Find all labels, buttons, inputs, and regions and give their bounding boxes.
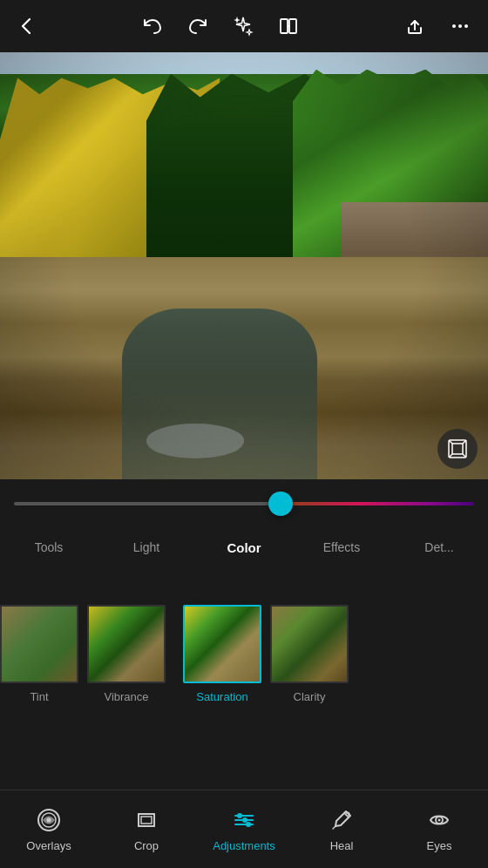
slider-container[interactable] [0, 479, 488, 528]
top-bar-left [14, 13, 40, 39]
top-toolbar [0, 0, 488, 52]
share-button[interactable] [401, 12, 429, 40]
filter-label-tint: Tint [30, 690, 48, 703]
bottom-toolbar: Overlays Crop Adjustments [0, 790, 488, 868]
tool-adjustments[interactable]: Adjustments [195, 806, 293, 852]
undo-button[interactable] [139, 12, 166, 40]
filter-strip: Tint Vibrance Saturation Clarity [0, 566, 488, 741]
filter-thumb-tint [0, 605, 78, 683]
svg-rect-1 [289, 19, 296, 33]
adjustments-icon [230, 806, 258, 834]
vignette-overlay [0, 52, 488, 479]
filter-clarity[interactable]: Clarity [270, 605, 349, 703]
svg-point-24 [246, 822, 251, 827]
svg-rect-8 [452, 444, 463, 454]
eyes-label: Eyes [427, 839, 452, 852]
tint-preview [2, 607, 77, 682]
svg-point-4 [452, 24, 456, 28]
filter-thumb-saturation [183, 605, 261, 683]
tab-light[interactable]: Light [98, 540, 195, 554]
more-button[interactable] [446, 12, 474, 40]
overlays-label: Overlays [26, 839, 71, 852]
tab-detail[interactable]: Det... [390, 540, 488, 554]
filter-thumb-clarity [270, 605, 349, 683]
svg-point-5 [458, 24, 462, 28]
tab-effects[interactable]: Effects [293, 540, 390, 554]
clarity-preview [272, 607, 347, 682]
svg-rect-20 [141, 817, 152, 824]
crop-icon [132, 806, 160, 834]
tool-eyes[interactable]: Eyes [390, 806, 488, 852]
filter-label-vibrance: Vibrance [104, 690, 148, 703]
tool-heal[interactable]: Heal [293, 806, 390, 852]
photo-canvas[interactable] [0, 52, 488, 479]
compare-button[interactable] [274, 12, 302, 40]
filter-label-clarity: Clarity [294, 690, 326, 703]
svg-point-23 [237, 813, 242, 818]
back-button[interactable] [14, 13, 40, 39]
eyes-icon [425, 806, 453, 834]
tab-tools[interactable]: Tools [0, 540, 98, 554]
svg-point-6 [464, 24, 468, 28]
saturation-preview [185, 607, 260, 682]
tool-overlays[interactable]: Overlays [0, 806, 98, 852]
slider-thumb[interactable] [268, 492, 293, 516]
svg-point-30 [438, 819, 441, 822]
heal-label: Heal [330, 839, 354, 852]
svg-point-15 [47, 818, 51, 823]
photo-scene [0, 52, 488, 479]
category-tabs: Tools Light Color Effects Det... [0, 528, 488, 566]
filter-saturation[interactable]: Saturation [174, 605, 270, 703]
tool-crop[interactable]: Crop [98, 806, 195, 852]
filter-vibrance[interactable]: Vibrance [78, 605, 174, 703]
svg-line-27 [333, 826, 336, 829]
svg-point-26 [242, 817, 247, 823]
vibrance-preview [89, 607, 164, 682]
crop-label: Crop [134, 839, 159, 852]
overlays-icon [35, 806, 63, 834]
filter-tint[interactable]: Tint [0, 605, 78, 703]
auto-enhance-button[interactable] [229, 12, 257, 40]
filter-label-saturation: Saturation [196, 690, 247, 703]
top-bar-right [401, 12, 474, 40]
adjustments-label: Adjustments [213, 839, 275, 852]
tab-color[interactable]: Color [195, 540, 293, 555]
redo-button[interactable] [184, 12, 212, 40]
heal-icon [328, 806, 356, 834]
3d-overlay-button[interactable] [437, 429, 478, 469]
filter-thumb-vibrance [87, 605, 166, 683]
top-bar-center [139, 12, 302, 40]
svg-rect-0 [281, 19, 288, 33]
slider-track[interactable] [14, 502, 474, 505]
